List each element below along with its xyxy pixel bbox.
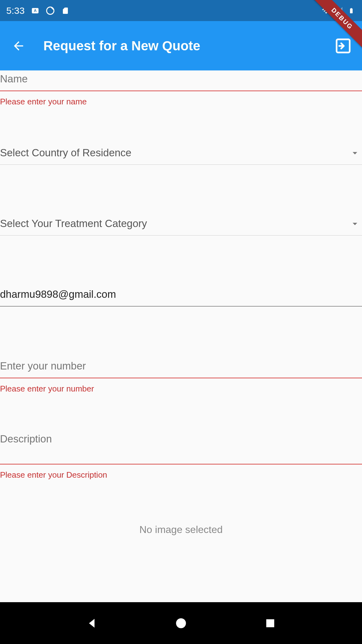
svg-point-4	[176, 618, 186, 628]
svg-text:A: A	[34, 8, 37, 13]
nav-home-button[interactable]	[173, 615, 189, 631]
email-input[interactable]: dharmu9898@gmail.com	[0, 283, 362, 307]
number-error-text: Please enter your number	[0, 384, 362, 394]
number-input[interactable]	[0, 347, 362, 378]
app-bar: Request for a New Quote	[0, 21, 362, 70]
image-status-text: No image selected	[0, 524, 362, 536]
signal-icon	[334, 6, 343, 15]
status-left: 5:33 A	[6, 5, 70, 16]
status-bar: 5:33 A	[0, 0, 362, 21]
navigation-bar	[0, 602, 362, 644]
name-error-text: Please enter your name	[0, 97, 362, 107]
status-time: 5:33	[6, 5, 25, 16]
page-title: Request for a New Quote	[43, 38, 335, 53]
data-saver-icon	[46, 6, 55, 15]
battery-icon	[347, 6, 356, 15]
sd-card-icon	[61, 6, 70, 15]
name-field-group: Please enter your name	[0, 70, 362, 107]
chevron-down-icon	[349, 147, 360, 158]
treatment-dropdown[interactable]: Select Your Treatment Category	[0, 212, 362, 236]
keyboard-icon: A	[31, 6, 40, 15]
status-right	[322, 6, 356, 15]
svg-rect-5	[266, 619, 274, 627]
description-input[interactable]	[0, 428, 362, 464]
wifi-icon	[322, 6, 331, 15]
country-dropdown[interactable]: Select Country of Residence	[0, 141, 362, 165]
treatment-dropdown-label: Select Your Treatment Category	[0, 218, 147, 230]
form-container: Please enter your name Select Country of…	[0, 70, 362, 536]
description-error-text: Please enter your Description	[0, 470, 362, 480]
name-input[interactable]	[0, 70, 362, 91]
nav-back-button[interactable]	[84, 615, 100, 631]
number-field-group: Please enter your number	[0, 347, 362, 394]
country-dropdown-label: Select Country of Residence	[0, 147, 131, 159]
number-field-wrapper	[0, 347, 362, 378]
name-field-wrapper	[0, 70, 362, 91]
email-field-group: dharmu9898@gmail.com	[0, 283, 362, 307]
nav-recent-button[interactable]	[262, 615, 278, 631]
description-field-wrapper	[0, 428, 362, 464]
back-button[interactable]	[11, 38, 26, 53]
chevron-down-icon	[349, 218, 360, 229]
submit-button[interactable]	[335, 38, 351, 54]
description-field-group: Please enter your Description	[0, 428, 362, 480]
